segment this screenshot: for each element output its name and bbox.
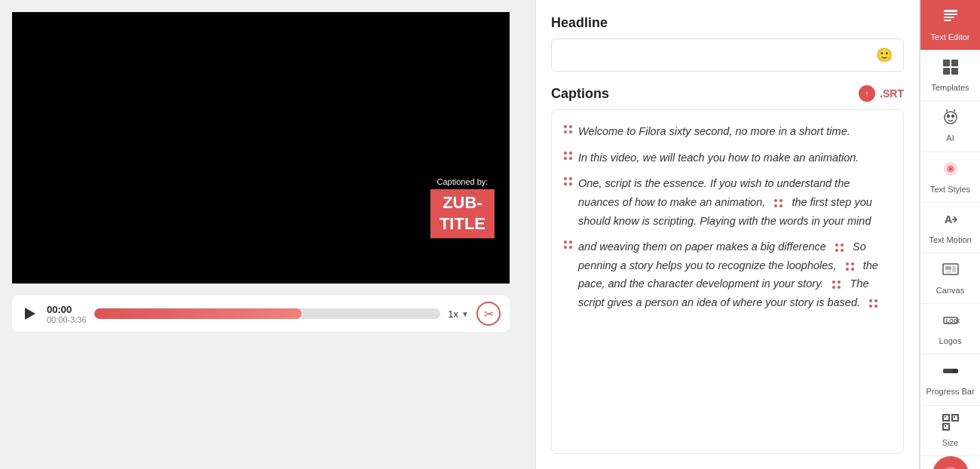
tool-logos-label: Logos xyxy=(939,336,962,346)
drag-handle-3[interactable] xyxy=(564,177,572,185)
upgrade-section: ? Upgrade xyxy=(933,456,969,469)
caption-line-4: and weaving them on paper makes a big di… xyxy=(564,238,891,312)
svg-rect-7 xyxy=(951,68,958,75)
caption-line-1: Welcome to Filora sixty second, no more … xyxy=(564,122,891,141)
tool-progress-bar-label: Progress Bar xyxy=(926,387,974,397)
canvas-icon xyxy=(942,261,960,283)
inline-drag-handle-4[interactable] xyxy=(832,280,841,289)
drag-handle-4[interactable] xyxy=(564,241,572,249)
captioned-by-label: Captioned by: xyxy=(430,177,495,186)
right-panel: Text Editor Templates AI xyxy=(920,0,980,469)
svg-rect-29 xyxy=(954,416,955,418)
tool-size[interactable]: Size xyxy=(920,406,980,456)
svg-rect-5 xyxy=(951,60,958,66)
tool-text-editor[interactable]: Text Editor xyxy=(920,0,980,51)
drag-handle-1[interactable] xyxy=(564,125,572,133)
ai-icon xyxy=(942,109,960,130)
subtitle-box-line1: ZUB- TITLE xyxy=(430,189,495,238)
tool-canvas-label: Canvas xyxy=(936,286,964,296)
upload-icon: ↑ xyxy=(859,85,875,102)
time-current: 00:00 xyxy=(47,304,87,315)
caption-text-4[interactable]: and weaving them on paper makes a big di… xyxy=(578,238,891,312)
play-button[interactable] xyxy=(21,305,39,323)
tool-progress-bar[interactable]: Progress Bar xyxy=(920,354,980,405)
tool-text-motion[interactable]: A Text Motion xyxy=(920,203,980,253)
svg-rect-3 xyxy=(944,20,951,21)
inline-drag-handle-2[interactable] xyxy=(835,244,844,252)
inline-drag-handle-1[interactable] xyxy=(774,199,782,207)
svg-rect-0 xyxy=(944,10,957,12)
svg-point-8 xyxy=(945,112,957,124)
headline-input[interactable]: 🙂 xyxy=(551,38,904,72)
tool-ai[interactable]: AI xyxy=(920,101,980,152)
left-panel: Captioned by: ZUB- TITLE 00:00 00:00-3:3… xyxy=(0,0,535,469)
time-total: 00:00-3:36 xyxy=(47,315,87,324)
tool-text-motion-label: Text Motion xyxy=(929,235,971,245)
upgrade-button[interactable]: ? xyxy=(933,456,969,469)
progress-bar-icon xyxy=(942,362,960,384)
captions-area[interactable]: Welcome to Filora sixty second, no more … xyxy=(551,109,904,454)
tool-ai-label: AI xyxy=(946,133,954,143)
caption-text-2[interactable]: In this video, we will teach you how to … xyxy=(578,149,891,167)
svg-rect-21 xyxy=(945,271,951,273)
svg-rect-6 xyxy=(943,68,950,75)
caption-text-3[interactable]: One, script is the essence. If you wish … xyxy=(578,174,891,230)
speed-selector[interactable]: 1x ▼ xyxy=(448,308,469,320)
tool-text-styles[interactable]: Text Styles xyxy=(920,152,980,203)
text-motion-icon: A xyxy=(942,210,960,232)
scissors-icon: ✂ xyxy=(484,307,494,321)
svg-rect-27 xyxy=(945,416,946,418)
headline-label: Headline xyxy=(551,15,904,31)
editor-content: Headline 🙂 Captions ↑ .SRT Welcome to Fi… xyxy=(536,0,919,469)
tool-templates[interactable]: Templates xyxy=(920,51,980,101)
tool-logos[interactable]: LOGO Logos xyxy=(920,304,980,354)
captions-label: Captions xyxy=(551,86,609,102)
emoji-icon[interactable]: 🙂 xyxy=(876,47,893,63)
cut-button[interactable]: ✂ xyxy=(476,302,501,326)
video-controls: 00:00 00:00-3:36 1x ▼ ✂ xyxy=(12,296,510,332)
drag-handle-2[interactable] xyxy=(564,152,572,160)
tool-templates-label: Templates xyxy=(931,83,969,93)
tool-text-editor-label: Text Editor xyxy=(931,32,970,42)
logos-icon: LOGO xyxy=(942,311,960,333)
inline-drag-handle-5[interactable] xyxy=(869,299,877,308)
srt-label: .SRT xyxy=(880,87,904,100)
svg-rect-2 xyxy=(944,17,954,18)
subtitle-overlay: Captioned by: ZUB- TITLE xyxy=(430,177,495,238)
tool-size-label: Size xyxy=(942,438,958,448)
svg-rect-20 xyxy=(952,266,956,272)
progress-bar-fill xyxy=(94,308,302,319)
tool-canvas[interactable]: Canvas xyxy=(920,253,980,304)
middle-panel: Headline 🙂 Captions ↑ .SRT Welcome to Fi… xyxy=(535,0,920,469)
svg-text:A: A xyxy=(945,213,952,225)
video-preview: Captioned by: ZUB- TITLE xyxy=(12,12,510,284)
svg-rect-19 xyxy=(945,266,951,270)
srt-button[interactable]: ↑ .SRT xyxy=(859,85,904,102)
svg-text:LOGO: LOGO xyxy=(946,318,960,323)
caption-line-2: In this video, we will teach you how to … xyxy=(564,149,891,167)
svg-rect-31 xyxy=(945,425,946,427)
text-editor-icon xyxy=(942,8,960,29)
svg-rect-1 xyxy=(944,14,957,15)
svg-rect-25 xyxy=(943,369,953,373)
progress-bar-container[interactable] xyxy=(94,308,441,319)
speed-arrow-icon: ▼ xyxy=(461,310,469,318)
text-styles-icon xyxy=(942,160,960,182)
svg-point-15 xyxy=(949,167,952,170)
inline-drag-handle-3[interactable] xyxy=(846,262,854,271)
tool-text-styles-label: Text Styles xyxy=(930,185,970,195)
templates-icon xyxy=(942,58,960,80)
svg-rect-4 xyxy=(943,60,950,66)
svg-point-9 xyxy=(947,115,949,118)
play-icon xyxy=(25,308,35,320)
caption-line-3: One, script is the essence. If you wish … xyxy=(564,174,891,230)
size-icon xyxy=(942,413,960,435)
svg-point-10 xyxy=(951,115,954,118)
caption-text-1[interactable]: Welcome to Filora sixty second, no more … xyxy=(578,122,891,141)
captions-header: Captions ↑ .SRT xyxy=(551,85,904,102)
speed-value: 1x xyxy=(448,308,458,320)
time-display-group: 00:00 00:00-3:36 xyxy=(47,304,87,324)
